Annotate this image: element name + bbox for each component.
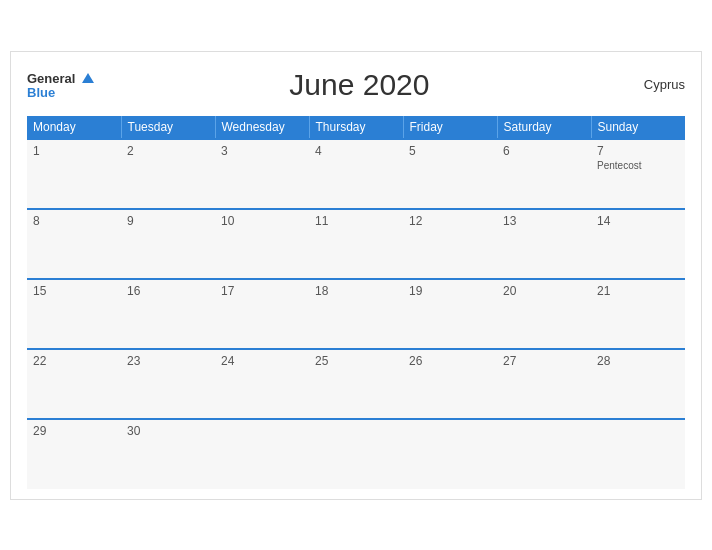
- weekday-header-saturday: Saturday: [497, 116, 591, 139]
- day-cell: 1: [27, 139, 121, 209]
- day-number: 14: [597, 214, 679, 228]
- day-number: 1: [33, 144, 115, 158]
- day-cell: 7Pentecost: [591, 139, 685, 209]
- weekday-header-wednesday: Wednesday: [215, 116, 309, 139]
- day-number: 9: [127, 214, 209, 228]
- day-number: 15: [33, 284, 115, 298]
- logo-triangle-icon: [82, 73, 94, 83]
- day-number: 17: [221, 284, 303, 298]
- day-number: 8: [33, 214, 115, 228]
- day-cell: [215, 419, 309, 489]
- week-row-2: 15161718192021: [27, 279, 685, 349]
- day-number: 7: [597, 144, 679, 158]
- day-number: 26: [409, 354, 491, 368]
- day-cell: 14: [591, 209, 685, 279]
- day-number: 16: [127, 284, 209, 298]
- week-row-0: 1234567Pentecost: [27, 139, 685, 209]
- day-number: 13: [503, 214, 585, 228]
- country-label: Cyprus: [625, 77, 685, 92]
- day-cell: 16: [121, 279, 215, 349]
- day-cell: 19: [403, 279, 497, 349]
- day-number: 27: [503, 354, 585, 368]
- day-cell: [309, 419, 403, 489]
- week-row-1: 891011121314: [27, 209, 685, 279]
- day-number: 22: [33, 354, 115, 368]
- day-cell: 15: [27, 279, 121, 349]
- day-cell: 30: [121, 419, 215, 489]
- day-cell: 8: [27, 209, 121, 279]
- day-cell: 28: [591, 349, 685, 419]
- logo: General Blue: [27, 69, 94, 101]
- day-cell: 9: [121, 209, 215, 279]
- day-cell: 18: [309, 279, 403, 349]
- weekday-header-sunday: Sunday: [591, 116, 685, 139]
- calendar-header: General Blue June 2020 Cyprus: [27, 68, 685, 102]
- calendar-thead: MondayTuesdayWednesdayThursdayFridaySatu…: [27, 116, 685, 139]
- weekday-header-thursday: Thursday: [309, 116, 403, 139]
- day-number: 29: [33, 424, 115, 438]
- day-number: 10: [221, 214, 303, 228]
- day-cell: 23: [121, 349, 215, 419]
- holiday-label: Pentecost: [597, 160, 679, 171]
- day-cell: 26: [403, 349, 497, 419]
- day-number: 6: [503, 144, 585, 158]
- day-number: 3: [221, 144, 303, 158]
- day-cell: 5: [403, 139, 497, 209]
- day-cell: 12: [403, 209, 497, 279]
- day-number: 4: [315, 144, 397, 158]
- day-cell: 13: [497, 209, 591, 279]
- day-number: 25: [315, 354, 397, 368]
- day-cell: 20: [497, 279, 591, 349]
- calendar-container: General Blue June 2020 Cyprus MondayTues…: [10, 51, 702, 500]
- day-cell: 27: [497, 349, 591, 419]
- day-number: 23: [127, 354, 209, 368]
- day-cell: 24: [215, 349, 309, 419]
- day-cell: 4: [309, 139, 403, 209]
- day-cell: [497, 419, 591, 489]
- day-number: 30: [127, 424, 209, 438]
- day-number: 20: [503, 284, 585, 298]
- logo-blue-text: Blue: [27, 86, 55, 100]
- weekday-header-monday: Monday: [27, 116, 121, 139]
- calendar-tbody: 1234567Pentecost891011121314151617181920…: [27, 139, 685, 489]
- day-cell: 17: [215, 279, 309, 349]
- day-number: 21: [597, 284, 679, 298]
- day-cell: 6: [497, 139, 591, 209]
- day-number: 18: [315, 284, 397, 298]
- day-number: 24: [221, 354, 303, 368]
- week-row-4: 2930: [27, 419, 685, 489]
- weekday-header-tuesday: Tuesday: [121, 116, 215, 139]
- day-number: 19: [409, 284, 491, 298]
- week-row-3: 22232425262728: [27, 349, 685, 419]
- day-number: 2: [127, 144, 209, 158]
- weekday-header-friday: Friday: [403, 116, 497, 139]
- day-cell: 29: [27, 419, 121, 489]
- day-number: 28: [597, 354, 679, 368]
- day-number: 5: [409, 144, 491, 158]
- day-cell: 3: [215, 139, 309, 209]
- day-cell: 22: [27, 349, 121, 419]
- calendar-grid: MondayTuesdayWednesdayThursdayFridaySatu…: [27, 116, 685, 489]
- day-number: 12: [409, 214, 491, 228]
- weekday-header-row: MondayTuesdayWednesdayThursdayFridaySatu…: [27, 116, 685, 139]
- day-cell: [403, 419, 497, 489]
- day-cell: 11: [309, 209, 403, 279]
- day-cell: 2: [121, 139, 215, 209]
- day-cell: 10: [215, 209, 309, 279]
- calendar-title: June 2020: [94, 68, 625, 102]
- day-cell: 21: [591, 279, 685, 349]
- logo-general-text: General: [27, 71, 75, 86]
- day-number: 11: [315, 214, 397, 228]
- day-cell: 25: [309, 349, 403, 419]
- logo-top: General: [27, 69, 94, 87]
- day-cell: [591, 419, 685, 489]
